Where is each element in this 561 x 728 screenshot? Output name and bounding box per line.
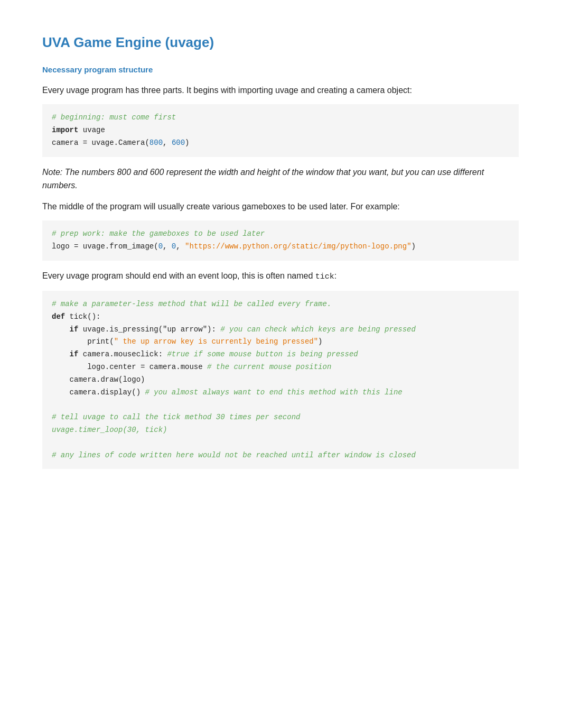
code-normal: ) [185,139,189,147]
code-keyword: import [52,126,78,134]
code-comment: #true if some mouse button is being pres… [167,350,358,358]
code-number: 0 [172,242,176,251]
code-normal: logo.center = camera.mouse [52,363,207,371]
code-comment: # tell uvage to call the tick method 30 … [52,413,300,421]
code-normal: ) [412,242,416,251]
loop-inline-code: tick [315,272,334,281]
code-block-2: # prep work: make the gameboxes to be us… [42,220,519,261]
middle-paragraph: The middle of the program will usually c… [42,200,519,214]
code-normal: camera.mouseclick: [78,350,167,358]
section-heading: Necessary program structure [42,63,519,76]
code-number: 0 [158,242,163,251]
code-comment: # beginning: must come first [52,113,176,122]
loop-paragraph: Every uvage program should end with an e… [42,269,519,283]
code-comment: # you almost always want to end this met… [145,388,402,397]
code-comment: # make a parameter-less method that will… [52,300,331,308]
code-normal: , [163,242,172,251]
code-comment: # any lines of code written here would n… [52,451,416,459]
code-number: 800 [149,139,163,147]
code-comment: uvage.timer_loop(30, tick) [52,426,167,434]
code-normal: uvage [78,126,105,134]
code-keyword: if [70,325,79,334]
page-title: UVA Game Engine (uvage) [42,32,519,54]
intro-paragraph: Every uvage program has three parts. It … [42,84,519,97]
code-normal: logo = uvage.from_image( [52,242,158,251]
code-keyword: if [70,350,79,358]
code-normal: camera.draw(logo) camera.display() [52,375,145,397]
code-comment: # prep work: make the gameboxes to be us… [52,229,265,238]
note-paragraph: Note: The numbers 800 and 600 represent … [42,165,519,192]
loop-text-after: : [334,271,336,280]
loop-text-before: Every uvage program should end with an e… [42,271,315,280]
code-normal: camera = uvage.Camera( [52,139,149,147]
code-normal: print( [52,337,114,346]
code-comment: # you can check which keys are being pre… [220,325,416,334]
code-keyword: def [52,312,65,321]
code-normal: , [163,139,172,147]
code-block-1: # beginning: must come first import uvag… [42,104,519,156]
code-block-3: # make a parameter-less method that will… [42,291,519,469]
code-normal: , [176,242,185,251]
code-string: " the up arrow key is currently being pr… [114,337,318,346]
code-comment: # the current mouse position [207,363,331,371]
code-number: 600 [172,139,185,147]
code-normal: uvage.is_pressing("up arrow"): [78,325,220,334]
code-string: "https://www.python.org/static/img/pytho… [185,242,411,251]
